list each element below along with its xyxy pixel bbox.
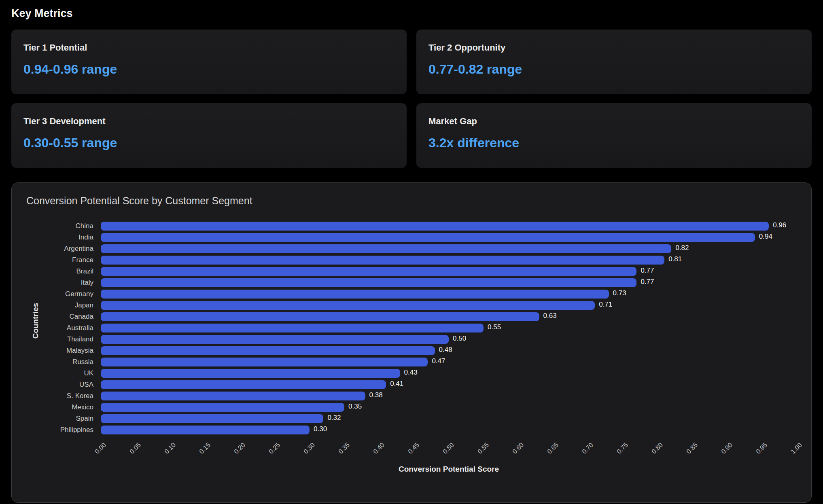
x-tick-label: 1.00 [789, 441, 804, 455]
bar-value-label: 0.81 [668, 255, 682, 263]
chart-plot-area: China0.96India0.94Argentina0.82France0.8… [45, 220, 797, 474]
bar-track: 0.63 [101, 312, 797, 321]
bar-row: Spain0.32 [45, 413, 797, 424]
x-tick-label: 0.10 [163, 441, 177, 455]
bar-track: 0.38 [101, 392, 797, 400]
category-label: Australia [45, 324, 101, 332]
bar-value-label: 0.63 [543, 312, 557, 320]
bar-row: India0.94 [45, 232, 797, 243]
x-tick-label: 0.15 [198, 441, 212, 455]
category-label: France [45, 256, 101, 264]
x-axis-ticks: 0.000.050.100.150.200.250.300.350.400.45… [101, 437, 797, 462]
bar-track: 0.77 [101, 278, 797, 287]
category-label: Malaysia [45, 347, 101, 355]
bar [101, 392, 365, 400]
metric-card-tier3: Tier 3 Development 0.30-0.55 range [11, 103, 407, 168]
x-tick-label: 0.35 [337, 441, 351, 455]
bar-row: Canada0.63 [45, 311, 797, 322]
bar [101, 267, 636, 276]
chart-body: Countries China0.96India0.94Argentina0.8… [26, 220, 797, 474]
bar-value-label: 0.94 [759, 233, 772, 241]
bar-value-label: 0.35 [348, 402, 362, 411]
bar-row: Italy0.77 [45, 277, 797, 288]
bar-row: China0.96 [45, 220, 797, 232]
category-label: USA [45, 381, 101, 389]
bar [101, 256, 664, 265]
metric-value: 0.94-0.96 range [23, 62, 395, 77]
bar [101, 358, 428, 366]
metric-title: Tier 2 Opportunity [428, 42, 800, 53]
x-tick-label: 0.30 [302, 441, 316, 455]
category-label: Brazil [45, 267, 101, 275]
metric-title: Tier 3 Development [23, 116, 395, 127]
bar-track: 0.55 [101, 324, 797, 332]
bar-value-label: 0.77 [641, 278, 654, 286]
metric-value: 3.2x difference [428, 136, 800, 150]
bar-value-label: 0.48 [439, 346, 452, 354]
x-tick-label: 0.65 [546, 441, 560, 455]
bar-value-label: 0.82 [675, 244, 689, 252]
bar [101, 244, 671, 253]
bar-row: Thailand0.50 [45, 334, 797, 345]
category-label: Thailand [45, 335, 101, 343]
metric-card-tier1: Tier 1 Potential 0.94-0.96 range [11, 30, 407, 94]
bar-rows: China0.96India0.94Argentina0.82France0.8… [45, 220, 797, 436]
category-label: Japan [45, 301, 101, 309]
bar-row: Mexico0.35 [45, 402, 797, 413]
category-label: Mexico [45, 403, 101, 411]
bar [101, 346, 435, 355]
x-tick-label: 0.50 [441, 441, 456, 455]
bar [101, 222, 769, 231]
category-label: Germany [45, 290, 101, 298]
bar-row: Philippines0.30 [45, 424, 797, 436]
bar-track: 0.43 [101, 369, 797, 378]
metric-title: Market Gap [428, 116, 800, 127]
category-label: Spain [45, 415, 101, 423]
chart-title: Conversion Potential Score by Customer S… [26, 195, 797, 207]
category-label: India [45, 233, 101, 241]
metric-card-tier2: Tier 2 Opportunity 0.77-0.82 range [416, 30, 812, 94]
bar-track: 0.71 [101, 301, 797, 310]
category-label: UK [45, 369, 101, 377]
metric-card-market-gap: Market Gap 3.2x difference [416, 103, 812, 168]
bar-track: 0.35 [101, 403, 797, 412]
bar-value-label: 0.73 [613, 289, 626, 297]
bar-track: 0.32 [101, 414, 797, 423]
bar [101, 301, 595, 310]
metric-title: Tier 1 Potential [23, 42, 395, 53]
bar-track: 0.41 [101, 380, 797, 389]
x-tick-label: 0.00 [93, 441, 108, 455]
bar-track: 0.82 [101, 244, 797, 253]
category-label: Canada [45, 313, 101, 321]
bar [101, 324, 484, 332]
bar-track: 0.81 [101, 256, 797, 265]
x-tick-label: 0.20 [233, 441, 247, 455]
bar-row: Argentina0.82 [45, 243, 797, 254]
category-label: S. Korea [45, 392, 101, 400]
bar-track: 0.94 [101, 233, 797, 242]
bar [101, 335, 449, 344]
bar-value-label: 0.30 [314, 425, 327, 433]
bar-row: UK0.43 [45, 368, 797, 379]
metric-value: 0.30-0.55 range [23, 136, 395, 150]
bar-row: Brazil0.77 [45, 266, 797, 277]
conversion-chart-card: Conversion Potential Score by Customer S… [11, 182, 812, 503]
bar-track: 0.47 [101, 358, 797, 366]
bar-value-label: 0.38 [369, 391, 383, 399]
metrics-grid: Tier 1 Potential 0.94-0.96 range Tier 2 … [11, 30, 812, 168]
bar-row: Malaysia0.48 [45, 345, 797, 356]
bar-row: Germany0.73 [45, 288, 797, 300]
bar [101, 414, 323, 423]
bar-track: 0.50 [101, 335, 797, 344]
bar [101, 369, 400, 378]
x-tick-label: 0.80 [650, 441, 664, 455]
bar [101, 403, 344, 412]
x-axis-label: Conversion Potential Score [101, 465, 797, 474]
x-tick-label: 0.05 [128, 441, 142, 455]
category-label: Argentina [45, 245, 101, 253]
category-label: Philippines [45, 426, 101, 434]
x-tick-label: 0.85 [685, 441, 699, 455]
x-tick-label: 0.40 [372, 441, 386, 455]
bar-track: 0.77 [101, 267, 797, 276]
bar-row: S. Korea0.38 [45, 390, 797, 402]
